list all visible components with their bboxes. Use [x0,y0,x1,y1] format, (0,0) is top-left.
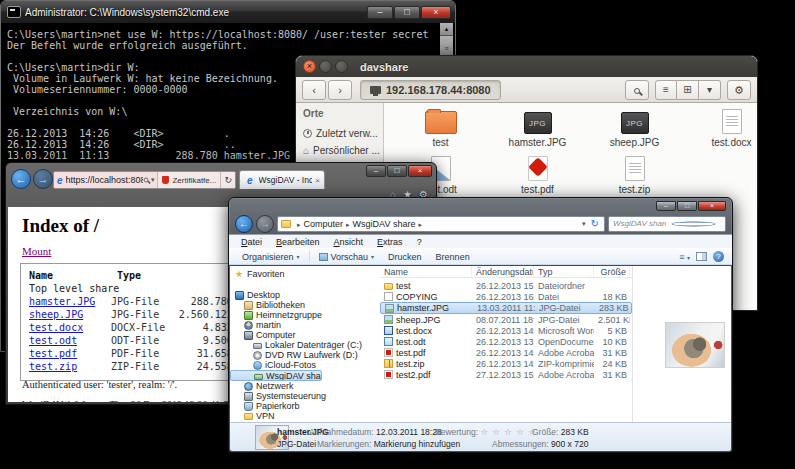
sidebar-item-lokaler-datentr-ger-c-[interactable]: Lokaler Datenträger (C:) [230,340,378,350]
nautilus-file[interactable]: JPG hamster.JPG [490,107,585,148]
file-row[interactable]: test.docx26.12.2013 14:26Microsoft Word … [380,325,632,336]
close-button[interactable]: × [421,6,451,19]
print-button[interactable]: Drucken [383,252,427,262]
menu-datei[interactable]: Datei [235,237,268,247]
preview-pane-button[interactable] [696,252,707,261]
mount-link[interactable]: Mount [22,245,51,257]
column-headers[interactable]: Name Änderungsdatum Typ Größe [380,266,632,278]
breadcrumb[interactable]: ▸Computer▸WsgiDAV share▸ [294,219,579,229]
scroll-up-icon[interactable]: ▲ [440,23,453,35]
burn-button[interactable]: Brennen [431,252,475,262]
menu-ansicht[interactable]: Ansicht [328,237,370,247]
file-link[interactable]: hamster.JPG [29,296,95,307]
file-row[interactable]: test2.pdf27.12.2013 15:10Adobe Acrobat D… [380,369,632,380]
nautilus-file[interactable]: test.zip [587,154,682,195]
nautilus-file[interactable]: test [393,107,488,148]
sidebar-item-icloud-fotos[interactable]: iCloud-Fotos [230,360,378,370]
cmd-titlebar[interactable]: Administrator: C:\Windows\system32\cmd.e… [1,1,455,23]
back-button[interactable]: ‹ [302,80,326,100]
file-row[interactable]: COPYING26.12.2013 16:22Datei18 KB [380,291,632,302]
sidebar-item-heimnetzgruppe[interactable]: Heimnetzgruppe [230,310,378,320]
close-button[interactable]: × [303,60,316,73]
explorer-titlebar[interactable]: – □ × [229,198,732,213]
nautilus-file[interactable]: JPG sheep.JPG [587,107,682,148]
chevron-down-icon[interactable]: ▾ [582,220,586,228]
forward-button[interactable]: → [33,169,53,189]
chevron-down-icon[interactable]: ▾ [151,176,155,184]
sidebar-item-vpn[interactable]: VPN [230,411,378,421]
sidebar-item-favoriten[interactable]: ★ Favoriten [230,269,378,279]
address-bar[interactable]: ▸Computer▸WsgiDAV share▸ ▾ ↻ [277,216,605,232]
minimize-button[interactable] [319,60,332,73]
help-button[interactable]: ? [713,251,724,262]
sidebar-item-bibliotheken[interactable]: Bibliotheken [230,300,378,310]
wsgidav-link[interactable]: WsgiDAV/1.0.0.pre [22,399,102,402]
file-link[interactable]: test.pdf [29,348,77,359]
search-box[interactable]: WsgiDAV share durchsuchen [608,216,726,232]
maximize-button[interactable]: □ [394,6,420,19]
refresh-icon[interactable]: ↻ [589,218,601,229]
refresh-button[interactable]: ↻ [220,172,235,188]
nautilus-file[interactable]: test.docx [684,107,758,148]
file-link[interactable]: sheep.JPG [29,309,83,320]
file-row[interactable]: test.odt26.12.2013 13:55OpenDocument T..… [380,336,632,347]
sidebar-item-systemsteuerung[interactable]: Systemsteuerung [230,391,378,401]
organize-button[interactable]: Organisieren▾ [237,252,305,262]
minimize-button[interactable]: – [366,165,386,177]
file-row[interactable]: hamster.JPG13.03.2011 11:13JPG-Datei283 … [380,302,632,314]
close-button[interactable]: × [698,201,726,211]
sidebar-item-desktop[interactable]: Desktop [230,290,378,300]
tab-close-icon[interactable]: × [315,176,320,185]
maximize-button[interactable] [335,60,348,73]
sidebar-item-papierkorb[interactable]: Papierkorb [230,401,378,411]
file-link[interactable]: test.odt [29,335,77,346]
forward-button[interactable]: › [328,80,352,100]
view-options-button[interactable]: ▾ [699,80,721,100]
maximize-button[interactable]: □ [677,201,697,211]
file-link[interactable]: test.docx [29,322,83,333]
sidebar-item-recent[interactable]: Zuletzt verw... [303,125,383,142]
views-button[interactable]: ≡ ▾ [679,252,690,262]
breadcrumb-computer[interactable]: Computer [304,219,344,229]
forward-button[interactable]: → [256,215,274,233]
sidebar-item-martin[interactable]: martin [230,320,378,330]
sidebar-item-dvd-rw-laufwerk-d-[interactable]: DVD RW Laufwerk (D:) [230,350,378,360]
sidebar-item-netzwerk[interactable]: Netzwerk [230,381,378,391]
file-row[interactable]: test26.12.2013 15:21Dateiordner [380,280,632,291]
address-button[interactable]: 192.168.178.44:8080 [360,80,501,100]
column-name[interactable]: Name [380,266,472,277]
certificate-error-button[interactable]: Zertifikatfe... [157,172,220,188]
back-button[interactable]: ← [235,215,253,233]
gear-button[interactable]: ⚙ [727,80,751,100]
address-bar[interactable]: e https://localhost:8080/ ▾ Zertifikatfe… [53,171,236,189]
nautilus-file[interactable]: test.pdf [490,154,585,195]
preview-button[interactable]: Vorschau▾ [314,252,380,262]
nautilus-titlebar[interactable]: × davshare [296,56,757,77]
menu-help[interactable]: ? [411,237,428,247]
column-size[interactable]: Größe [594,266,630,277]
menu-bearbeiten[interactable]: Bearbeiten [270,237,326,247]
tags-value[interactable]: Markierung hinzufügen [374,439,460,449]
sidebar-item-home[interactable]: ⌂ Persönlicher ... [303,142,383,159]
sidebar-item-wsgidav-share[interactable]: WsgiDAV share [230,370,322,381]
file-row[interactable]: sheep.JPG08.07.2011 18:52JPG-Datei2.501 … [380,314,632,325]
file-row[interactable]: test.zip26.12.2013 14:22ZIP-komprimierte… [380,358,632,369]
menu-extras[interactable]: Extras [371,237,409,247]
list-view-button[interactable]: ≡ [655,80,677,100]
back-button[interactable]: ← [11,169,31,189]
column-type[interactable]: Typ [534,266,594,277]
maximize-button[interactable]: □ [387,165,407,177]
grid-view-button[interactable]: ⊞ [677,80,699,100]
file-link[interactable]: test.zip [29,361,77,372]
search-button[interactable] [625,80,649,100]
column-date[interactable]: Änderungsdatum [472,266,534,277]
sidebar-item-computer[interactable]: Computer [230,330,378,340]
breadcrumb-wsgidav-share[interactable]: WsgiDAV share [353,219,416,229]
url-text[interactable]: https://localhost:8080/ [66,175,143,185]
minimize-button[interactable]: – [656,201,676,211]
rating-stars[interactable]: ☆ ☆ ☆ ☆ ☆ [480,427,537,437]
minimize-button[interactable]: – [367,6,393,19]
file-row[interactable]: test.pdf26.12.2013 14:19Adobe Acrobat D.… [380,347,632,358]
browser-tab[interactable]: e WsgiDAV - Index of / × [239,170,325,189]
close-button[interactable]: × [408,165,432,177]
